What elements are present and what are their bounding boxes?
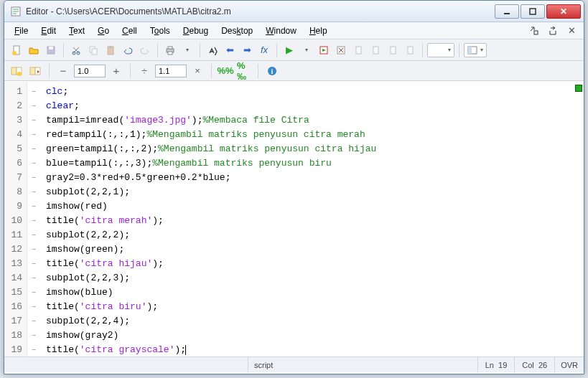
plus-icon[interactable]: + xyxy=(108,63,124,79)
view-dropdown[interactable]: ▾ xyxy=(464,43,487,57)
menu-help[interactable]: Help xyxy=(304,24,333,37)
minus-icon[interactable]: − xyxy=(55,63,71,79)
svg-rect-16 xyxy=(168,52,172,55)
status-ovr[interactable]: OVR xyxy=(555,357,584,372)
line-gutter: 1 2 3 4 5 6 7 8 9 10 11 12 13 14 15 16 1… xyxy=(4,82,27,356)
stack-dropdown[interactable]: ▾ xyxy=(427,43,454,57)
line-num[interactable]: 7 xyxy=(4,171,22,185)
svg-rect-24 xyxy=(468,47,472,54)
multiply-icon[interactable]: × xyxy=(190,63,205,79)
menu-file[interactable]: File xyxy=(9,24,34,37)
cell-value-1[interactable]: 1.0 xyxy=(74,65,106,77)
run-drop-icon[interactable]: ▾ xyxy=(299,42,314,58)
maximize-button[interactable] xyxy=(521,4,545,19)
copy-icon[interactable] xyxy=(85,42,101,58)
redo-icon[interactable] xyxy=(137,42,153,58)
forward-icon[interactable]: ➡ xyxy=(239,42,255,58)
svg-rect-11 xyxy=(92,49,97,55)
editor-close-icon[interactable]: ✕ xyxy=(564,23,579,39)
menu-tools[interactable]: Tools xyxy=(144,24,176,37)
line-num[interactable]: 15 xyxy=(4,285,22,300)
insert-break-icon[interactable]: %% xyxy=(218,63,233,79)
continue-icon[interactable] xyxy=(402,42,418,58)
line-num[interactable]: 19 xyxy=(4,343,22,356)
cell-toolbar: − 1.0 + ÷ 1.1 × %% %‰ i xyxy=(4,61,584,81)
run-icon[interactable]: ▶ xyxy=(281,42,297,58)
main-toolbar: ▾ ⬅ ➡ fx ▶ ▾ ▾ ▾ xyxy=(4,39,584,61)
code-area[interactable]: clc; clear; tampil=imread('image3.jpg');… xyxy=(40,82,584,356)
line-num[interactable]: 4 xyxy=(4,128,22,142)
menu-text[interactable]: Text xyxy=(63,24,90,37)
print-preview-icon[interactable]: ▾ xyxy=(179,42,195,58)
status-line: Ln 19 xyxy=(478,357,515,372)
svg-rect-20 xyxy=(373,47,378,54)
find-icon[interactable] xyxy=(205,42,220,58)
run-section-icon[interactable] xyxy=(316,42,332,58)
fold-column: −−−−−−−−−−−−−−−−−−− xyxy=(27,82,40,356)
editor-window: Editor - C:\Users\ACER\Documents\MATLAB\… xyxy=(4,0,584,374)
step-in-icon[interactable] xyxy=(368,42,383,58)
open-file-icon[interactable] xyxy=(26,42,42,58)
menu-cell[interactable]: Cell xyxy=(116,24,143,37)
line-num[interactable]: 1 xyxy=(4,85,22,99)
save-icon[interactable] xyxy=(43,42,59,58)
svg-rect-7 xyxy=(49,47,53,49)
print-icon[interactable] xyxy=(162,42,178,58)
svg-rect-13 xyxy=(109,46,112,48)
line-num[interactable]: 9 xyxy=(4,199,22,214)
svg-rect-19 xyxy=(356,47,361,54)
cut-icon[interactable] xyxy=(68,42,84,58)
cell-value-2[interactable]: 1.1 xyxy=(155,65,187,77)
undock-icon[interactable] xyxy=(545,23,561,39)
line-num[interactable]: 5 xyxy=(4,142,22,156)
minimize-button[interactable] xyxy=(495,4,519,19)
status-col: Col 26 xyxy=(515,357,555,372)
svg-point-27 xyxy=(17,72,22,76)
line-num[interactable]: 8 xyxy=(4,185,22,199)
app-icon xyxy=(10,6,22,17)
close-button[interactable]: ✕ xyxy=(546,4,581,19)
insert-break2-icon[interactable]: %‰ xyxy=(236,63,252,79)
svg-rect-25 xyxy=(11,67,17,75)
stop-icon[interactable] xyxy=(333,42,349,58)
titlebar: Editor - C:\Users\ACER\Documents\MATLAB\… xyxy=(4,1,584,22)
editor-area: 1 2 3 4 5 6 7 8 9 10 11 12 13 14 15 16 1… xyxy=(4,81,584,356)
menu-desktop[interactable]: Desktop xyxy=(215,24,258,37)
back-icon[interactable]: ⬅ xyxy=(222,42,238,58)
menu-window[interactable]: Window xyxy=(260,24,302,37)
line-num[interactable]: 2 xyxy=(4,99,22,113)
paste-icon[interactable] xyxy=(103,42,118,58)
line-num[interactable]: 13 xyxy=(4,257,22,271)
code-ok-marker[interactable] xyxy=(575,85,582,92)
window-title: Editor - C:\Users\ACER\Documents\MATLAB\… xyxy=(26,6,495,16)
dock-icon[interactable] xyxy=(526,23,542,39)
line-num[interactable]: 18 xyxy=(4,329,22,343)
line-num[interactable]: 3 xyxy=(4,113,22,128)
cell-enable-icon[interactable] xyxy=(9,63,24,79)
menu-debug[interactable]: Debug xyxy=(177,24,214,37)
svg-rect-28 xyxy=(30,67,35,75)
svg-rect-21 xyxy=(391,47,396,54)
line-num[interactable]: 11 xyxy=(4,228,22,242)
svg-rect-2 xyxy=(530,9,536,14)
info-icon[interactable]: i xyxy=(264,63,280,79)
line-num[interactable]: 14 xyxy=(4,271,22,285)
step-out-icon[interactable] xyxy=(385,42,401,58)
divide-icon[interactable]: ÷ xyxy=(136,63,152,79)
menu-go[interactable]: Go xyxy=(92,24,115,37)
function-icon[interactable]: fx xyxy=(256,42,272,58)
line-num[interactable]: 6 xyxy=(4,156,22,171)
line-num[interactable]: 10 xyxy=(4,214,22,228)
undo-icon[interactable] xyxy=(120,42,136,58)
status-empty xyxy=(4,357,248,372)
svg-rect-22 xyxy=(408,47,413,54)
line-num[interactable]: 16 xyxy=(4,300,22,314)
svg-rect-3 xyxy=(534,31,538,34)
menu-edit[interactable]: Edit xyxy=(35,24,62,37)
cell-next-icon[interactable] xyxy=(27,63,43,79)
step-icon[interactable] xyxy=(350,42,366,58)
new-file-icon[interactable] xyxy=(9,42,24,58)
line-num[interactable]: 12 xyxy=(4,242,22,257)
text-caret xyxy=(185,345,186,355)
line-num[interactable]: 17 xyxy=(4,314,22,329)
